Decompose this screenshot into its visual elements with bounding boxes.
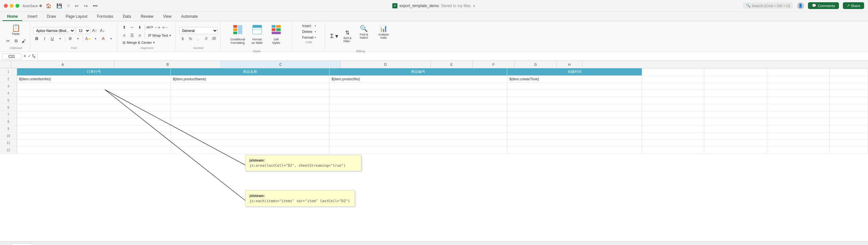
- home-nav-icon[interactable]: 🏠: [46, 3, 51, 8]
- merge-dropdown[interactable]: ▾: [153, 41, 155, 44]
- cell-c7[interactable]: [330, 111, 507, 118]
- cell-b8[interactable]: [171, 118, 330, 125]
- font-increase-button[interactable]: A↑: [91, 27, 98, 34]
- font-decrease-button[interactable]: A↓: [99, 27, 106, 34]
- cell-reference-input[interactable]: [2, 54, 21, 59]
- cell-h11[interactable]: [829, 139, 868, 146]
- cell-f8[interactable]: [704, 118, 767, 125]
- cell-b4[interactable]: [171, 90, 330, 97]
- cell-styles-button[interactable]: CellStyles: [267, 23, 285, 49]
- col-header-h[interactable]: H: [557, 61, 583, 68]
- row-num-12[interactable]: 12: [0, 146, 17, 153]
- cell-f11[interactable]: [704, 139, 767, 146]
- fill-color-dropdown[interactable]: ▾: [92, 35, 99, 42]
- insert-cells-button[interactable]: Insert ▾: [300, 23, 318, 28]
- cell-e2[interactable]: [642, 75, 704, 82]
- row-num-11[interactable]: 11: [0, 139, 17, 146]
- cell-g1[interactable]: [767, 68, 830, 75]
- cell-g11[interactable]: [767, 139, 830, 146]
- cell-g10[interactable]: [767, 132, 830, 139]
- font-color-button[interactable]: A: [100, 35, 107, 42]
- format-painter-button[interactable]: 🖌: [20, 37, 27, 44]
- redo-icon[interactable]: ↪: [84, 3, 88, 8]
- tab-automate[interactable]: Automate: [177, 12, 202, 21]
- cut-button[interactable]: ✂: [4, 37, 11, 44]
- tab-draw[interactable]: Draw: [42, 12, 60, 21]
- col-header-d[interactable]: D: [340, 61, 431, 68]
- comments-button[interactable]: 💬 Comments: [808, 2, 839, 9]
- tab-data[interactable]: Data: [118, 12, 135, 21]
- merge-center-button[interactable]: ⊟ Merge & Center ▾: [121, 40, 157, 45]
- cell-b6[interactable]: [171, 104, 330, 111]
- underline-dropdown[interactable]: ▾: [57, 35, 64, 42]
- cell-d7[interactable]: [507, 111, 642, 118]
- tab-page-layout[interactable]: Page Layout: [61, 12, 92, 21]
- cell-g2[interactable]: [767, 75, 830, 82]
- tab-home[interactable]: Home: [3, 12, 22, 21]
- cell-a12[interactable]: [17, 146, 171, 153]
- col-header-a[interactable]: A: [11, 61, 115, 68]
- cell-b2[interactable]: ${item.productName}: [171, 75, 330, 82]
- currency-button[interactable]: $: [179, 35, 186, 42]
- cell-c5[interactable]: [330, 97, 507, 104]
- fill-color-button[interactable]: A▬: [84, 35, 91, 42]
- cell-h1[interactable]: [829, 68, 868, 75]
- cell-e11[interactable]: [642, 139, 704, 146]
- col-header-e[interactable]: E: [431, 61, 473, 68]
- maximize-button[interactable]: [16, 4, 19, 8]
- decimal-increase-button[interactable]: .0: [202, 35, 209, 42]
- formula-confirm-icon[interactable]: ✓: [28, 54, 31, 58]
- cell-c9[interactable]: [330, 125, 507, 132]
- align-bottom-button[interactable]: ⬇: [136, 24, 143, 31]
- cell-h3[interactable]: [829, 82, 868, 90]
- cell-c1[interactable]: 商品编号: [330, 68, 507, 75]
- save-status-chevron[interactable]: ∨: [473, 4, 476, 8]
- align-middle-button[interactable]: ↔: [128, 24, 135, 31]
- share-button[interactable]: ↗ Share: [843, 2, 864, 9]
- cell-h5[interactable]: [829, 97, 868, 104]
- decimal-decrease-button[interactable]: .00: [210, 35, 217, 42]
- cell-d11[interactable]: [507, 139, 642, 146]
- cell-e5[interactable]: [642, 97, 704, 104]
- cell-a3[interactable]: [17, 82, 171, 90]
- cell-d6[interactable]: [507, 104, 642, 111]
- cell-f3[interactable]: [704, 82, 767, 90]
- cell-c11[interactable]: [330, 139, 507, 146]
- cell-d4[interactable]: [507, 90, 642, 97]
- format-cells-button[interactable]: Format ▾: [300, 35, 318, 40]
- percent-button[interactable]: %: [187, 35, 194, 42]
- cell-g8[interactable]: [767, 118, 830, 125]
- cell-f9[interactable]: [704, 125, 767, 132]
- cell-a2[interactable]: ${item.orderItemNo}: [17, 75, 171, 82]
- sort-filter-button[interactable]: ⇅ Sort &Filter: [342, 29, 353, 44]
- cell-a10[interactable]: [17, 132, 171, 139]
- cell-f2[interactable]: [704, 75, 767, 82]
- indent-decrease-button[interactable]: ←≡: [154, 24, 161, 31]
- cell-e8[interactable]: [642, 118, 704, 125]
- cell-g7[interactable]: [767, 111, 830, 118]
- tab-review[interactable]: Review: [136, 12, 158, 21]
- user-avatar[interactable]: 👤: [797, 2, 804, 9]
- cell-h10[interactable]: [829, 132, 868, 139]
- add-sheet-button[interactable]: +: [3, 242, 11, 245]
- row-num-5[interactable]: 5: [0, 97, 17, 104]
- cell-b7[interactable]: [171, 111, 330, 118]
- cell-e1[interactable]: [642, 68, 704, 75]
- cell-f6[interactable]: [704, 104, 767, 111]
- row-num-1[interactable]: 1: [0, 68, 17, 75]
- copy-button[interactable]: ⧉: [12, 37, 19, 44]
- search-box[interactable]: 🔍 Search (Cmd + Ctrl + U): [743, 3, 794, 9]
- col-header-c[interactable]: C: [221, 61, 340, 68]
- cell-a4[interactable]: [17, 90, 171, 97]
- cell-f4[interactable]: [704, 90, 767, 97]
- font-size-select[interactable]: 12: [76, 27, 90, 34]
- cell-c2[interactable]: ${item.productNo}: [330, 75, 507, 82]
- tab-insert[interactable]: Insert: [23, 12, 42, 21]
- tab-formulas[interactable]: Formulas: [93, 12, 118, 21]
- cell-a7[interactable]: [17, 111, 171, 118]
- row-num-7[interactable]: 7: [0, 111, 17, 118]
- cell-f5[interactable]: [704, 97, 767, 104]
- cell-a6[interactable]: [17, 104, 171, 111]
- row-num-6[interactable]: 6: [0, 104, 17, 111]
- row-num-10[interactable]: 10: [0, 132, 17, 139]
